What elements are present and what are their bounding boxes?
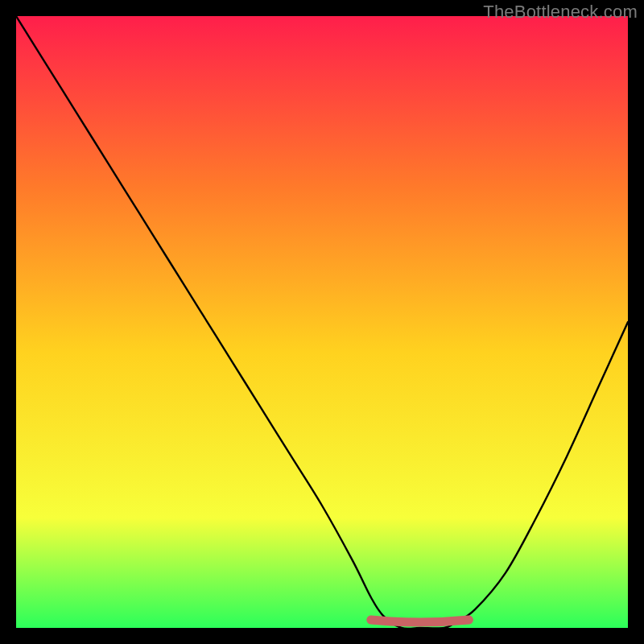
optimal-range-marker	[371, 620, 469, 622]
watermark-text: TheBottleneck.com	[483, 2, 638, 23]
chart-frame: TheBottleneck.com	[0, 0, 644, 644]
chart-svg	[16, 16, 628, 628]
chart-plot-area	[16, 16, 628, 628]
gradient-background	[16, 16, 628, 628]
